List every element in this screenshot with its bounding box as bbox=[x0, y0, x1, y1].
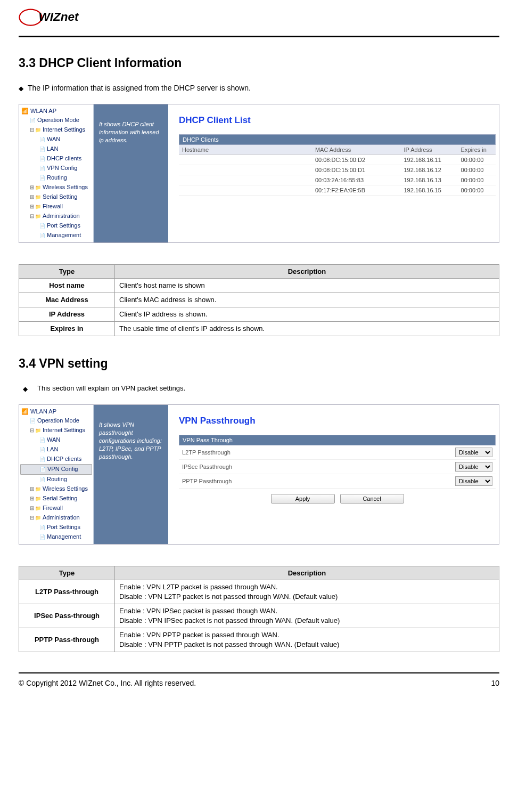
tree-wireless-settings[interactable]: Wireless Settings bbox=[20, 484, 92, 494]
select-ipsec[interactable]: Disable bbox=[455, 462, 492, 472]
col-hostname: Hostname bbox=[179, 145, 312, 155]
table-row: 00:17:F2:EA:0E:5B 192.168.16.15 00:00:00 bbox=[179, 185, 496, 196]
section-bar: VPN Pass Through bbox=[179, 435, 496, 445]
table-row: 00:08:DC:15:00:D2 192.168.16.11 00:00:00 bbox=[179, 155, 496, 165]
col-description: Description bbox=[115, 566, 499, 580]
panel-description: It shows DHCP client information with le… bbox=[94, 104, 168, 242]
tree-dhcp-clients[interactable]: DHCP clients bbox=[20, 454, 92, 464]
brand-logo: WIZnet bbox=[19, 5, 499, 31]
tree-port-settings[interactable]: Port Settings bbox=[20, 221, 92, 231]
panel-description: It shows VPN passthrought configurations… bbox=[94, 405, 168, 544]
tree-serial-setting[interactable]: Serial Setting bbox=[20, 192, 92, 202]
tree-administration[interactable]: Administration bbox=[20, 212, 92, 221]
svg-text:WIZnet: WIZnet bbox=[39, 10, 79, 23]
intro-text: The IP information that is assigned from… bbox=[28, 84, 251, 92]
form-row-l2tp: L2TP Passthrough Disable bbox=[179, 445, 496, 460]
dhcp-clients-table: Hostname MAC Address IP Address Expires … bbox=[179, 145, 496, 196]
select-pptp[interactable]: Disable bbox=[455, 476, 492, 486]
col-type: Type bbox=[19, 566, 115, 580]
tree-management[interactable]: Management bbox=[20, 231, 92, 240]
heading-3-4: 3.4 VPN setting bbox=[19, 356, 499, 371]
tree-lan[interactable]: LAN bbox=[20, 445, 92, 454]
panel-title: DHCP Client List bbox=[179, 115, 496, 126]
tree-management[interactable]: Management bbox=[20, 532, 92, 542]
tree-dhcp-clients[interactable]: DHCP clients bbox=[20, 154, 92, 164]
tree-serial-setting[interactable]: Serial Setting bbox=[20, 494, 92, 504]
col-description: Description bbox=[115, 265, 499, 279]
info-table-3-3: Type Description Host nameClient's host … bbox=[19, 264, 499, 336]
tree-port-settings[interactable]: Port Settings bbox=[20, 523, 92, 532]
intro-3-4: ◆ This section will explain on VPN packe… bbox=[19, 384, 499, 394]
table-row: 00:03:2A:16:B5:83 192.168.16.13 00:00:00 bbox=[179, 175, 496, 185]
label-l2tp: L2TP Passthrough bbox=[182, 449, 455, 456]
nav-tree: 📶 WLAN AP Operation Mode Internet Settin… bbox=[19, 405, 94, 544]
tree-administration[interactable]: Administration bbox=[20, 513, 92, 523]
col-mac: MAC Address bbox=[312, 145, 401, 155]
panel-title: VPN Passthrough bbox=[179, 416, 496, 426]
intro-3-3: ◆ The IP information that is assigned fr… bbox=[19, 84, 499, 93]
heading-3-3: 3.3 DHCP Client Information bbox=[19, 56, 499, 70]
tree-wan[interactable]: WAN bbox=[20, 435, 92, 445]
tree-vpn-config-selected[interactable]: VPN Config bbox=[20, 464, 92, 475]
wiznet-logo-icon: WIZnet bbox=[19, 5, 98, 29]
col-expires: Expires in bbox=[458, 145, 496, 155]
col-ip: IP Address bbox=[400, 145, 457, 155]
copyright-text: © Copyright 2012 WIZnet Co., Inc. All ri… bbox=[19, 679, 196, 687]
apply-button[interactable]: Apply bbox=[271, 494, 335, 504]
table-row: 00:08:DC:15:00:D1 192.168.16.12 00:00:00 bbox=[179, 165, 496, 175]
cancel-button[interactable]: Cancel bbox=[340, 494, 404, 504]
form-row-ipsec: IPSec Passthrough Disable bbox=[179, 460, 496, 474]
tree-internet-settings[interactable]: Internet Settings bbox=[20, 426, 92, 435]
screenshot-vpn-passthrough: 📶 WLAN AP Operation Mode Internet Settin… bbox=[19, 404, 499, 545]
header-rule bbox=[19, 36, 499, 37]
footer-rule bbox=[19, 672, 499, 673]
page-footer: © Copyright 2012 WIZnet Co., Inc. All ri… bbox=[19, 679, 499, 687]
tree-root[interactable]: 📶 WLAN AP bbox=[20, 107, 92, 116]
section-bar: DHCP Clients bbox=[179, 134, 496, 145]
diamond-bullet-icon: ◆ bbox=[19, 84, 23, 93]
table-header-row: Hostname MAC Address IP Address Expires … bbox=[179, 145, 496, 155]
tree-internet-settings[interactable]: Internet Settings bbox=[20, 125, 92, 135]
tree-operation-mode[interactable]: Operation Mode bbox=[20, 416, 92, 426]
select-l2tp[interactable]: Disable bbox=[455, 448, 492, 457]
form-row-pptp: PPTP Passthrough Disable bbox=[179, 474, 496, 489]
tree-wireless-settings[interactable]: Wireless Settings bbox=[20, 183, 92, 192]
label-pptp: PPTP Passthrough bbox=[182, 478, 455, 484]
col-type: Type bbox=[19, 265, 115, 279]
tree-routing[interactable]: Routing bbox=[20, 475, 92, 484]
tree-routing[interactable]: Routing bbox=[20, 173, 92, 183]
tree-firewall[interactable]: Firewall bbox=[20, 504, 92, 513]
tree-lan[interactable]: LAN bbox=[20, 144, 92, 154]
nav-tree: 📶 WLAN AP Operation Mode Internet Settin… bbox=[19, 104, 94, 242]
diamond-bullet-icon: ◆ bbox=[23, 384, 28, 394]
tree-root[interactable]: 📶 WLAN AP bbox=[20, 407, 92, 416]
tree-vpn-config[interactable]: VPN Config bbox=[20, 164, 92, 173]
intro-text: This section will explain on VPN packet … bbox=[37, 384, 185, 392]
info-table-3-4: Type Description L2TP Pass-through Enabl… bbox=[19, 566, 499, 652]
label-ipsec: IPSec Passthrough bbox=[182, 464, 455, 470]
tree-wan[interactable]: WAN bbox=[20, 135, 92, 144]
panel-main: DHCP Client List DHCP Clients Hostname M… bbox=[168, 104, 499, 242]
screenshot-dhcp-client-list: 📶 WLAN AP Operation Mode Internet Settin… bbox=[19, 104, 499, 243]
tree-operation-mode[interactable]: Operation Mode bbox=[20, 116, 92, 125]
panel-main: VPN Passthrough VPN Pass Through L2TP Pa… bbox=[168, 405, 499, 544]
page-number: 10 bbox=[491, 679, 499, 687]
tree-firewall[interactable]: Firewall bbox=[20, 202, 92, 212]
